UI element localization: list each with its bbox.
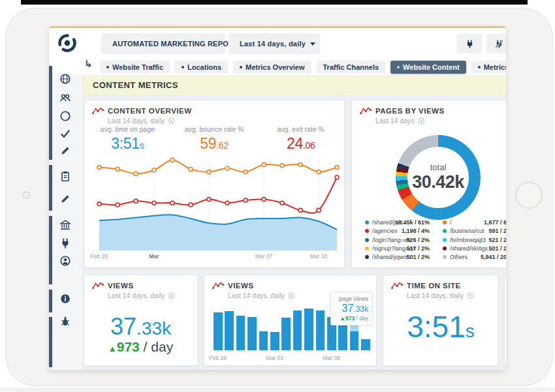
- sidebar-icon-world[interactable]: [59, 110, 71, 122]
- legend-dot-icon: [443, 247, 447, 250]
- up-triangle-icon: ▲: [108, 344, 117, 354]
- bar[interactable]: [304, 309, 313, 350]
- user-icon: [59, 255, 71, 267]
- bar[interactable]: [270, 332, 279, 350]
- tab-branch-arrow-icon: ↳: [84, 58, 93, 70]
- sidebar-icon-bank[interactable]: [59, 219, 71, 231]
- sidebar-icon-user[interactable]: [59, 255, 71, 267]
- data-point: [152, 168, 156, 172]
- widget-settings-icon[interactable]: [467, 292, 474, 299]
- plug-button[interactable]: [457, 34, 482, 53]
- data-point: [170, 158, 174, 162]
- sidebar-icon-pen-2[interactable]: [59, 193, 71, 205]
- legend-dot-icon: [443, 220, 447, 224]
- x-axis-label: Feb 26: [91, 253, 108, 260]
- bar[interactable]: [259, 331, 268, 350]
- sidebar-section-indicator: [49, 317, 52, 367]
- bar[interactable]: [236, 316, 246, 350]
- tab-website-content[interactable]: Website Content: [390, 61, 466, 74]
- widget-settings-icon[interactable]: [418, 117, 425, 125]
- clipboard-icon: [59, 170, 71, 182]
- legend-dot-icon: [365, 229, 369, 233]
- bar-chart-tooltip: page views 37.33k ▲973 / day: [330, 292, 373, 325]
- tab-metrics-breakdowns[interactable]: Metrics Breakdowns: [471, 61, 506, 74]
- tab-website-traffic[interactable]: Website Traffic: [100, 61, 170, 74]
- widget-settings-icon[interactable]: [168, 292, 175, 299]
- sidebar-icon-pen[interactable]: [59, 145, 71, 157]
- widget-settings-icon[interactable]: [168, 117, 175, 125]
- x-axis-label: Mar 08: [323, 355, 340, 361]
- legend-item: /signup?lang=en517 / 2%: [365, 245, 430, 253]
- line-chart-x-labels: Feb 26MarMar 07Mar 10: [84, 253, 344, 261]
- plug-off-button[interactable]: [486, 34, 506, 53]
- legend-dot-icon: [365, 220, 369, 224]
- widget-settings-icon[interactable]: [288, 292, 295, 299]
- tab-traffic-channels[interactable]: Traffic Channels: [317, 61, 386, 74]
- bar[interactable]: [214, 312, 223, 350]
- data-point: [262, 198, 266, 202]
- metric-label: avg. time on page: [84, 125, 171, 133]
- bar[interactable]: [361, 339, 370, 350]
- tab-dot-icon: [182, 66, 184, 68]
- sidebar-icon-info[interactable]: [59, 293, 71, 305]
- tab-label: Website Traffic: [112, 63, 163, 71]
- world-icon: [59, 110, 71, 122]
- tooltip-label: page views: [331, 295, 368, 302]
- views-total-value: 37.33k: [84, 313, 197, 340]
- widget-subtitle: Last 14 days: [375, 117, 445, 125]
- widget-chart-icon: [92, 106, 104, 115]
- bug-icon: [59, 316, 71, 327]
- legend-dot-icon: [365, 255, 369, 259]
- legend-dot-icon: [365, 247, 369, 250]
- bar[interactable]: [281, 318, 291, 350]
- tab-locations[interactable]: Locations: [175, 61, 228, 74]
- data-point: [116, 167, 119, 171]
- tab-dot-icon: [240, 66, 242, 68]
- plug-icon: [59, 237, 71, 249]
- sidebar-icon-clipboard[interactable]: [59, 170, 71, 182]
- bar[interactable]: [338, 325, 347, 350]
- data-point: [244, 170, 247, 174]
- tab-label: Metrics Overview: [246, 63, 305, 71]
- legend-value: 521 / 2: [488, 237, 506, 243]
- data-point: [298, 208, 302, 212]
- bar[interactable]: [350, 323, 359, 350]
- tablet-home-button[interactable]: [515, 181, 543, 209]
- widget-subtitle: Last 14 days, daily: [228, 292, 295, 299]
- date-range-selector[interactable]: Last 14 days, daily: [229, 33, 320, 54]
- legend-item: /login?lang=en526 / 2%: [365, 237, 430, 245]
- widget-title: PAGES BY VIEWS: [360, 106, 445, 115]
- x-axis-label: Mar 10: [310, 253, 327, 260]
- metric-avg-bounce-rate-: avg. bounce rate %59.62: [171, 125, 258, 153]
- legend-item: /shared/jiYz…18.45k / 61%: [365, 219, 430, 227]
- sidebar-icon-plug[interactable]: [59, 237, 71, 249]
- widget-subtitle: Last 14 days, daily: [108, 117, 192, 125]
- data-point: [189, 167, 193, 171]
- sidebar-icon-check[interactable]: [59, 128, 71, 140]
- legend-label: /: [450, 219, 452, 226]
- sidebar-icon-globe[interactable]: [59, 73, 71, 85]
- data-point: [225, 201, 229, 205]
- sidebar-section-indicator: [49, 66, 52, 160]
- tab-dot-icon: [106, 66, 109, 68]
- bar[interactable]: [316, 310, 325, 350]
- legend-value: 1,677 / 6: [484, 219, 506, 226]
- bar[interactable]: [225, 311, 234, 350]
- legend-item: /agencies1,198 / 4%: [365, 228, 430, 235]
- data-point: [280, 201, 284, 205]
- tab-label: Locations: [187, 63, 221, 71]
- legend-label: /login?lang=en: [372, 237, 411, 243]
- sidebar-icon-bug[interactable]: [59, 316, 71, 327]
- sidebar-icon-users[interactable]: [59, 92, 71, 104]
- report-selector[interactable]: AUTOMATED MARKETING REPORTS: [101, 33, 225, 54]
- data-point: [97, 202, 101, 206]
- area-avg-time-on-page: [99, 215, 337, 250]
- photo-bottom-edge: [0, 387, 555, 392]
- tablet-camera: [22, 191, 30, 199]
- data-point: [189, 203, 193, 207]
- data-point: [298, 162, 302, 166]
- tab-metrics-overview[interactable]: Metrics Overview: [233, 61, 311, 74]
- bar[interactable]: [293, 310, 302, 350]
- bar[interactable]: [247, 317, 257, 350]
- data-point: [170, 201, 174, 205]
